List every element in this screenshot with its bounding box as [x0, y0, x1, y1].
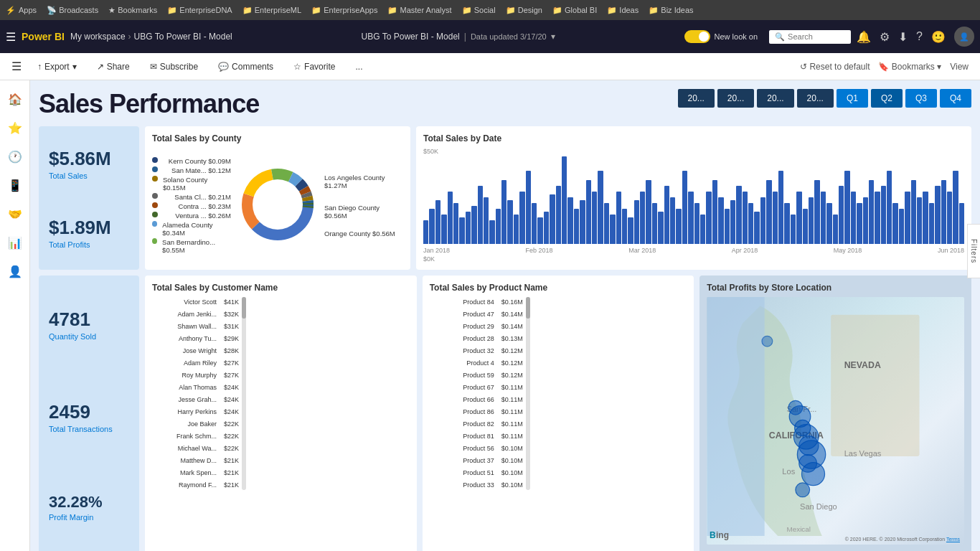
customer-scrollbar-thumb[interactable]	[242, 297, 246, 319]
year-btn-2[interactable]: 20...	[717, 89, 754, 108]
settings-icon[interactable]: ⚙	[880, 30, 890, 44]
hamburger-toolbar-icon[interactable]: ☰	[11, 60, 22, 73]
q1-btn[interactable]: Q1	[837, 89, 868, 108]
bookmarks-toolbar-button[interactable]: 🔖 Bookmarks ▾	[878, 62, 941, 72]
new-look-toggle[interactable]	[684, 30, 710, 43]
customer-bar-row: Victor Scott $41K	[152, 297, 239, 307]
date-bar	[616, 192, 621, 244]
view-button[interactable]: View	[950, 62, 969, 72]
customer-bar-label: Alan Thomas	[152, 384, 217, 391]
export-button[interactable]: ↑ Export ▾	[33, 59, 81, 75]
bar-x-labels: Jan 2018 Feb 2018 Mar 2018 Apr 2018 May …	[423, 247, 964, 254]
product-bar-row: Product 4 $0.12M	[430, 358, 523, 368]
date-bar	[622, 209, 627, 244]
svg-text:Mexical: Mexical	[787, 525, 811, 533]
sidebar-icon-learn[interactable]: 📊	[2, 230, 28, 255]
product-bar-value: $0.10M	[501, 469, 523, 476]
subscribe-button[interactable]: ✉ Subscribe	[146, 59, 202, 75]
bookmarks-social[interactable]: 📁 Social	[462, 6, 496, 15]
q2-btn[interactable]: Q2	[871, 89, 903, 108]
date-bar	[514, 215, 519, 244]
date-bar	[917, 197, 922, 244]
bookmarks-globalbi[interactable]: 📁 Global BI	[552, 6, 597, 15]
sidebar-icon-recent[interactable]: 🕐	[2, 143, 28, 169]
bookmarks-bookmarks[interactable]: ★ Bookmarks	[108, 6, 157, 15]
reset-button[interactable]: ↺ Reset to default	[800, 62, 870, 72]
customer-hbar-chart[interactable]: Victor Scott $41K Adam Jenki... $32K Sha…	[152, 297, 239, 490]
sidebar-icon-apps[interactable]: 📱	[2, 172, 28, 198]
sidebar-icon-profile[interactable]: 👤	[2, 258, 28, 284]
kpi-total-sales: $5.86M Total Sales	[49, 148, 129, 180]
kpi-margin: 32.28% Profit Margin	[49, 493, 129, 522]
search-icon: 🔍	[775, 32, 785, 42]
date-bar	[875, 192, 880, 244]
share-button[interactable]: ↗ Share	[93, 59, 134, 75]
search-box[interactable]: 🔍	[769, 30, 851, 44]
help-icon[interactable]: ?	[916, 30, 923, 43]
date-bar	[863, 197, 868, 244]
bookmarks-enterpriseml[interactable]: 📁 EnterpriseML	[242, 6, 301, 15]
search-input[interactable]	[788, 32, 845, 41]
year-btn-1[interactable]: 20...	[678, 89, 715, 108]
favorite-button[interactable]: ☆ Favorite	[289, 59, 339, 75]
sidebar-icon-home[interactable]: 🏠	[2, 86, 28, 112]
date-bar	[526, 171, 531, 244]
avatar[interactable]: 👤	[954, 27, 974, 47]
bottom-row: 4781 Quantity Sold 2459 Total Transactio…	[39, 276, 971, 551]
date-bar	[773, 192, 778, 244]
bookmarks-apps[interactable]: ⚡ Apps	[6, 6, 37, 15]
customer-scrollbar[interactable]	[242, 297, 246, 490]
product-hbar-chart[interactable]: Product 84 $0.16M Product 47 $0.14M Prod…	[430, 297, 523, 490]
product-bar-label: Product 47	[430, 311, 494, 318]
export-icon: ↑	[37, 62, 42, 72]
svg-rect-13	[707, 297, 765, 536]
workspace-link[interactable]: My workspace	[70, 32, 126, 42]
bookmarks-masteranalyst[interactable]: 📁 Master Analyst	[387, 6, 451, 15]
bookmarks-enterprisedna[interactable]: 📁 EnterpriseDNA	[167, 6, 232, 15]
year-btn-3[interactable]: 20...	[757, 89, 793, 108]
data-updated-label: Data updated 3/17/20	[471, 32, 547, 41]
bookmarks-bizideas[interactable]: 📁 Biz Ideas	[649, 6, 693, 15]
year-btn-4[interactable]: 20...	[797, 89, 834, 108]
customer-bar-value: $22K	[224, 420, 239, 428]
product-scrollbar[interactable]	[526, 297, 530, 490]
date-bar	[574, 209, 579, 244]
bookmarks-ideas[interactable]: 📁 Ideas	[607, 6, 639, 15]
q3-btn[interactable]: Q3	[905, 89, 937, 108]
product-bar-row: Product 86 $0.11M	[430, 407, 523, 417]
more-button[interactable]: ...	[351, 59, 367, 75]
title-separator: |	[464, 32, 466, 42]
product-bar-label: Product 29	[430, 323, 494, 330]
q4-btn[interactable]: Q4	[940, 89, 971, 108]
date-bar	[706, 192, 711, 244]
sidebar-icon-favorites[interactable]: ⭐	[2, 115, 28, 141]
date-bar	[857, 203, 862, 244]
product-scrollbar-thumb[interactable]	[526, 297, 530, 319]
customer-bar-value: $27K	[224, 372, 239, 379]
bookmarks-enterpriseapps[interactable]: 📁 EnterpriseApps	[311, 6, 377, 15]
share-label: Share	[107, 62, 130, 72]
customer-bar-label: Adam Jenki...	[152, 311, 217, 318]
product-bar-value: $0.11M	[501, 408, 523, 415]
date-bar	[743, 192, 748, 244]
bookmarks-design[interactable]: 📁 Design	[506, 6, 542, 15]
product-bar-label: Product 37	[430, 457, 494, 464]
date-bar	[610, 215, 615, 244]
toggle-label: New look on	[715, 32, 758, 41]
report-link[interactable]: UBG To Power BI - Model	[134, 32, 232, 42]
date-bar	[730, 200, 735, 244]
download-icon[interactable]: ⬇	[898, 30, 908, 44]
hamburger-icon[interactable]: ☰	[6, 30, 16, 44]
filters-tab[interactable]: Filters	[967, 224, 980, 278]
date-bar	[592, 192, 597, 244]
sidebar: 🏠 ⭐ 🕐 📱 🤝 📊 👤	[0, 80, 30, 551]
product-bar-value: $0.12M	[501, 359, 523, 367]
emoji-icon[interactable]: 🙂	[931, 30, 946, 44]
customer-bar-label: Frank Schm...	[152, 433, 217, 440]
bell-icon[interactable]: 🔔	[857, 30, 871, 44]
comments-button[interactable]: 💬 Comments	[214, 59, 278, 75]
bookmarks-broadcasts[interactable]: 📡 Broadcasts	[47, 6, 98, 15]
customer-bar-value: $31K	[224, 323, 239, 330]
dropdown-icon[interactable]: ▾	[551, 32, 555, 42]
sidebar-icon-shared[interactable]: 🤝	[2, 201, 28, 227]
